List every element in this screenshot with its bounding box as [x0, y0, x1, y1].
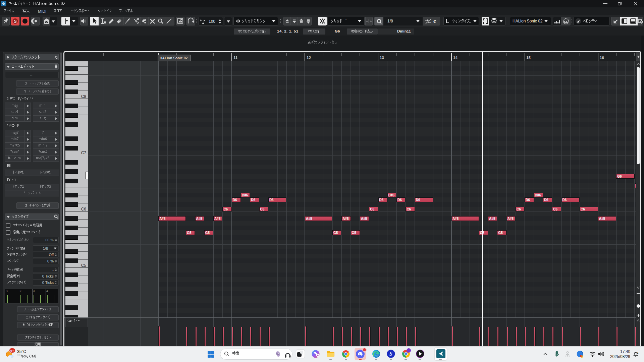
svg-text:S: S	[389, 351, 392, 357]
svg-text:S: S	[14, 19, 17, 24]
svg-text:z: z	[637, 351, 639, 354]
